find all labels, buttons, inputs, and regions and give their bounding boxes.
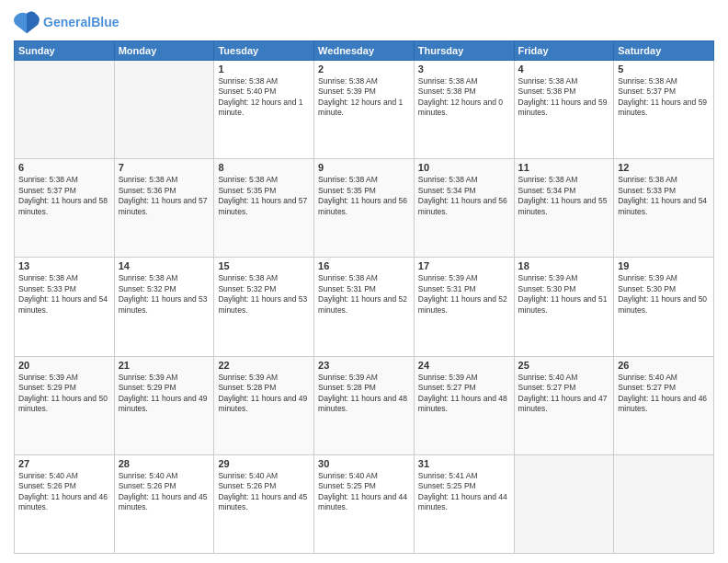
day-number: 6 [18,162,110,173]
calendar-cell: 18Sunrise: 5:39 AMSunset: 5:30 PMDayligh… [514,258,614,356]
day-number: 27 [18,458,110,469]
calendar-cell: 29Sunrise: 5:40 AMSunset: 5:26 PMDayligh… [214,454,314,553]
day-info: Sunrise: 5:40 AMSunset: 5:27 PMDaylight:… [518,373,610,415]
day-info: Sunrise: 5:38 AMSunset: 5:35 PMDaylight:… [318,175,410,217]
day-number: 8 [218,162,310,173]
day-info: Sunrise: 5:38 AMSunset: 5:31 PMDaylight:… [318,273,410,316]
day-info: Sunrise: 5:38 AMSunset: 5:33 PMDaylight:… [18,273,110,316]
day-info: Sunrise: 5:38 AMSunset: 5:34 PMDaylight:… [518,175,610,217]
calendar-cell: 10Sunrise: 5:38 AMSunset: 5:34 PMDayligh… [414,159,514,258]
day-number: 3 [418,63,510,75]
calendar-cell: 27Sunrise: 5:40 AMSunset: 5:26 PMDayligh… [15,454,115,553]
day-number: 18 [518,260,610,271]
logo-icon [14,9,40,35]
day-header-saturday: Saturday [614,41,714,61]
day-info: Sunrise: 5:38 AMSunset: 5:37 PMDaylight:… [18,175,110,217]
day-number: 10 [418,162,510,173]
calendar-cell: 8Sunrise: 5:38 AMSunset: 5:35 PMDaylight… [214,159,314,258]
calendar-cell: 20Sunrise: 5:39 AMSunset: 5:29 PMDayligh… [15,356,115,454]
calendar-cell [514,454,614,553]
calendar-cell: 14Sunrise: 5:38 AMSunset: 5:32 PMDayligh… [114,258,214,356]
day-info: Sunrise: 5:38 AMSunset: 5:39 PMDaylight:… [318,76,410,119]
calendar-cell: 16Sunrise: 5:38 AMSunset: 5:31 PMDayligh… [314,258,415,356]
logo-line2: Blue [91,15,119,29]
day-info: Sunrise: 5:38 AMSunset: 5:34 PMDaylight:… [418,175,510,217]
day-info: Sunrise: 5:39 AMSunset: 5:29 PMDaylight:… [119,373,210,415]
calendar-cell: 25Sunrise: 5:40 AMSunset: 5:27 PMDayligh… [514,356,614,454]
calendar-cell: 3Sunrise: 5:38 AMSunset: 5:38 PMDaylight… [414,61,514,159]
calendar-week-row: 1Sunrise: 5:38 AMSunset: 5:40 PMDaylight… [15,61,714,159]
day-info: Sunrise: 5:39 AMSunset: 5:30 PMDaylight:… [518,273,610,316]
day-header-friday: Friday [514,41,614,61]
day-info: Sunrise: 5:40 AMSunset: 5:26 PMDaylight:… [119,471,210,513]
calendar-cell: 7Sunrise: 5:38 AMSunset: 5:36 PMDaylight… [114,159,214,258]
day-number: 22 [218,360,310,371]
calendar-cell: 26Sunrise: 5:40 AMSunset: 5:27 PMDayligh… [614,356,714,454]
day-info: Sunrise: 5:38 AMSunset: 5:38 PMDaylight:… [518,76,610,119]
calendar-cell: 28Sunrise: 5:40 AMSunset: 5:26 PMDayligh… [114,454,214,553]
day-number: 28 [119,458,210,469]
calendar-cell: 24Sunrise: 5:39 AMSunset: 5:27 PMDayligh… [414,356,514,454]
day-number: 7 [119,162,210,173]
calendar-cell: 21Sunrise: 5:39 AMSunset: 5:29 PMDayligh… [114,356,214,454]
calendar-week-row: 27Sunrise: 5:40 AMSunset: 5:26 PMDayligh… [15,454,714,553]
day-info: Sunrise: 5:38 AMSunset: 5:40 PMDaylight:… [218,76,310,119]
day-info: Sunrise: 5:40 AMSunset: 5:26 PMDaylight:… [18,471,110,513]
calendar-header-row: SundayMondayTuesdayWednesdayThursdayFrid… [15,41,714,61]
page: GeneralBlue SundayMondayTuesdayWednesday… [0,0,728,563]
day-info: Sunrise: 5:38 AMSunset: 5:35 PMDaylight:… [218,175,310,217]
calendar-cell: 4Sunrise: 5:38 AMSunset: 5:38 PMDaylight… [514,61,614,159]
day-info: Sunrise: 5:38 AMSunset: 5:32 PMDaylight:… [119,273,210,316]
calendar-week-row: 6Sunrise: 5:38 AMSunset: 5:37 PMDaylight… [15,159,714,258]
day-number: 21 [119,360,210,371]
calendar-cell: 23Sunrise: 5:39 AMSunset: 5:28 PMDayligh… [314,356,415,454]
day-info: Sunrise: 5:38 AMSunset: 5:37 PMDaylight:… [618,76,710,119]
calendar-cell [114,61,214,159]
day-number: 9 [318,162,410,173]
day-number: 5 [618,63,710,75]
calendar-cell: 1Sunrise: 5:38 AMSunset: 5:40 PMDaylight… [214,61,314,159]
calendar-cell [15,61,115,159]
day-number: 25 [518,360,610,371]
day-info: Sunrise: 5:38 AMSunset: 5:32 PMDaylight:… [218,273,310,316]
calendar-cell: 6Sunrise: 5:38 AMSunset: 5:37 PMDaylight… [15,159,115,258]
calendar-week-row: 20Sunrise: 5:39 AMSunset: 5:29 PMDayligh… [15,356,714,454]
logo-text: GeneralBlue [43,15,119,30]
calendar-cell: 15Sunrise: 5:38 AMSunset: 5:32 PMDayligh… [214,258,314,356]
day-info: Sunrise: 5:38 AMSunset: 5:38 PMDaylight:… [418,76,510,119]
calendar-cell: 30Sunrise: 5:40 AMSunset: 5:25 PMDayligh… [314,454,415,553]
day-number: 31 [418,458,510,469]
calendar-cell: 2Sunrise: 5:38 AMSunset: 5:39 PMDaylight… [314,61,415,159]
day-info: Sunrise: 5:38 AMSunset: 5:36 PMDaylight:… [119,175,210,217]
day-number: 24 [418,360,510,371]
day-number: 23 [318,360,410,371]
calendar-cell: 11Sunrise: 5:38 AMSunset: 5:34 PMDayligh… [514,159,614,258]
day-number: 19 [618,260,710,271]
day-info: Sunrise: 5:39 AMSunset: 5:30 PMDaylight:… [618,273,710,316]
day-number: 13 [18,260,110,271]
calendar-cell: 17Sunrise: 5:39 AMSunset: 5:31 PMDayligh… [414,258,514,356]
day-number: 11 [518,162,610,173]
day-number: 29 [218,458,310,469]
day-header-tuesday: Tuesday [214,41,314,61]
calendar-cell: 13Sunrise: 5:38 AMSunset: 5:33 PMDayligh… [15,258,115,356]
day-info: Sunrise: 5:40 AMSunset: 5:25 PMDaylight:… [318,471,410,513]
day-info: Sunrise: 5:39 AMSunset: 5:28 PMDaylight:… [318,373,410,415]
day-info: Sunrise: 5:39 AMSunset: 5:31 PMDaylight:… [418,273,510,316]
day-number: 30 [318,458,410,469]
calendar-cell: 22Sunrise: 5:39 AMSunset: 5:28 PMDayligh… [214,356,314,454]
day-info: Sunrise: 5:39 AMSunset: 5:28 PMDaylight:… [218,373,310,415]
day-number: 1 [218,63,310,75]
day-number: 16 [318,260,410,271]
calendar-week-row: 13Sunrise: 5:38 AMSunset: 5:33 PMDayligh… [15,258,714,356]
day-info: Sunrise: 5:38 AMSunset: 5:33 PMDaylight:… [618,175,710,217]
day-info: Sunrise: 5:40 AMSunset: 5:26 PMDaylight:… [218,471,310,513]
day-number: 12 [618,162,710,173]
day-info: Sunrise: 5:41 AMSunset: 5:25 PMDaylight:… [418,471,510,513]
day-header-monday: Monday [114,41,214,61]
day-number: 14 [119,260,210,271]
day-info: Sunrise: 5:40 AMSunset: 5:27 PMDaylight:… [618,373,710,415]
day-info: Sunrise: 5:39 AMSunset: 5:29 PMDaylight:… [18,373,110,415]
calendar: SundayMondayTuesdayWednesdayThursdayFrid… [14,40,714,554]
header: GeneralBlue [14,9,714,35]
